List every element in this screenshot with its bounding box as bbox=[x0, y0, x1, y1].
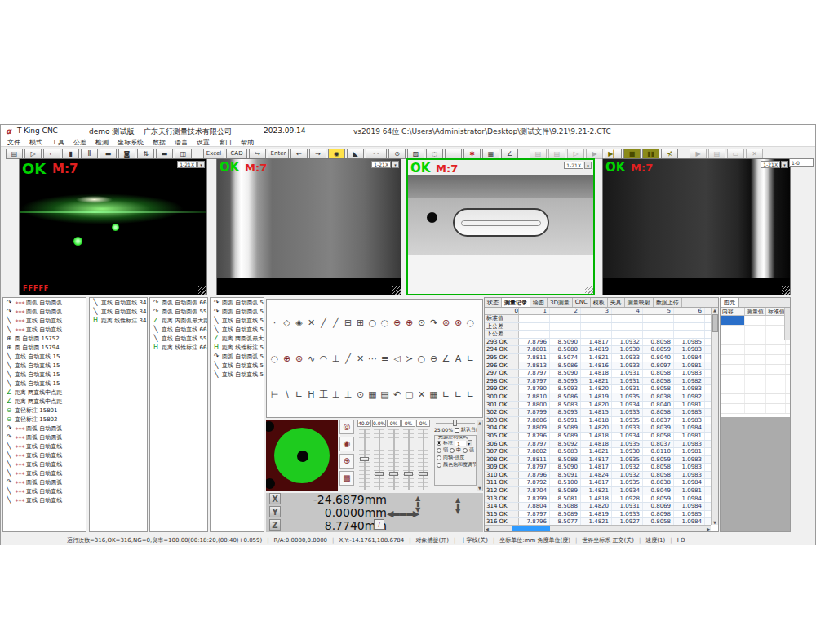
tool-icon[interactable]: ▢ bbox=[403, 389, 415, 400]
camera4-mag-dropdown-icon[interactable]: ▾ bbox=[781, 161, 788, 168]
coaxial-radio[interactable] bbox=[437, 455, 441, 460]
table-row[interactable]: 306 OK7.87978.50921.48181.09350.80371.09… bbox=[485, 441, 711, 449]
save-icon[interactable]: ▤ bbox=[6, 149, 23, 159]
play-icon[interactable]: ▶ bbox=[586, 149, 603, 159]
open-icon[interactable]: ▷ bbox=[24, 149, 42, 159]
tool-icon[interactable]: ⋯ bbox=[366, 353, 379, 364]
table-row[interactable]: 305 OK7.87968.50891.48181.09340.80581.09… bbox=[485, 433, 711, 441]
segment-light-icon[interactable]: ⊕ bbox=[339, 454, 354, 469]
menu-item[interactable]: 语言 bbox=[175, 138, 188, 147]
tool-icon[interactable]: ∟ bbox=[440, 389, 452, 400]
slope-tool-button[interactable]: ∕ bbox=[374, 519, 384, 530]
standard-radio[interactable] bbox=[437, 441, 441, 446]
slider-thumb[interactable] bbox=[453, 420, 457, 426]
arrow-left-icon[interactable]: ← bbox=[290, 149, 308, 159]
table-row[interactable]: 314 OK7.88048.50881.48201.09310.80691.09… bbox=[485, 503, 711, 511]
tool-icon[interactable]: ╱ bbox=[330, 318, 342, 328]
table-row[interactable]: 304 OK7.88098.50891.48201.09330.80391.09… bbox=[485, 424, 711, 433]
tab-element[interactable]: 图元 bbox=[721, 298, 739, 307]
feature-row[interactable]: ╲直线 自动直线 55 bbox=[211, 325, 264, 334]
table-row[interactable]: 302 OK7.87998.50931.48151.09330.80581.09… bbox=[485, 409, 711, 417]
menu-item[interactable]: 检测 bbox=[95, 138, 109, 147]
element-row[interactable] bbox=[721, 355, 790, 365]
tool-icon[interactable]: ◈ bbox=[293, 318, 305, 328]
feature-row[interactable]: ⊕圆 自动圆 15794 bbox=[3, 343, 86, 352]
element-row[interactable] bbox=[721, 335, 790, 345]
level-radio[interactable] bbox=[437, 448, 441, 453]
camera4-mag-select[interactable]: 1-21X bbox=[761, 161, 780, 168]
scroll-thumb[interactable] bbox=[712, 314, 718, 332]
slider-thumb[interactable] bbox=[360, 457, 369, 461]
camera-view-1[interactable]: OK M:7 1-21X ▾ FFFFF bbox=[19, 158, 207, 295]
save-icon[interactable]: ▤ bbox=[708, 149, 725, 159]
tool-icon[interactable]: ⊕ bbox=[403, 318, 415, 328]
coaxial-light-icon[interactable]: ◉ bbox=[339, 437, 354, 451]
slider-thumb[interactable] bbox=[419, 472, 428, 476]
feature-row[interactable]: ╲∗∗∗直线 自动直线 bbox=[3, 460, 86, 469]
tool-icon[interactable]: ✕ bbox=[305, 318, 317, 328]
table-row[interactable]: 308 OK7.88118.50881.48171.09350.80591.09… bbox=[485, 456, 711, 464]
light-channel-slider[interactable]: 0% bbox=[416, 420, 430, 491]
menu-item[interactable]: 帮助 bbox=[241, 138, 254, 147]
chart-icon[interactable]: ∠ bbox=[501, 149, 518, 159]
shield-icon[interactable]: ▮ bbox=[62, 149, 79, 159]
tool-icon[interactable]: ▦ bbox=[428, 389, 440, 400]
panel-icon[interactable]: ▬ bbox=[100, 149, 117, 159]
menu-item[interactable]: 坐标系统 bbox=[118, 138, 144, 147]
move-icon[interactable]: ◫ bbox=[175, 149, 192, 159]
feature-row[interactable]: ⊖直径标注 15802 bbox=[3, 415, 86, 424]
feature-row[interactable]: ╲∗∗∗直线 自动直线 bbox=[3, 486, 86, 495]
tab-夹具[interactable]: 夹具 bbox=[608, 298, 625, 307]
tab-测量记录[interactable]: 测量记录 bbox=[502, 298, 530, 307]
table-row[interactable]: 312 OK7.87048.50891.48211.09340.80491.09… bbox=[485, 487, 711, 495]
tab-CNC[interactable]: CNC bbox=[573, 298, 591, 307]
table-row[interactable]: 307 OK7.88028.50831.48211.09300.81101.09… bbox=[485, 448, 711, 456]
table-row[interactable]: 310 OK7.87968.50911.48241.09320.80581.09… bbox=[485, 472, 711, 480]
camera1-resize-grip[interactable] bbox=[198, 286, 206, 295]
jog-vertical-arrows-icon[interactable]: ▲▮▼ bbox=[415, 495, 420, 513]
ring-light-icon[interactable]: ◎ bbox=[339, 420, 354, 434]
tolerance-row[interactable]: 标准值 bbox=[485, 315, 711, 323]
table-row[interactable]: 311 OK7.87928.51001.48171.09350.80381.09… bbox=[485, 479, 711, 487]
table-row[interactable]: 293 OK7.87968.50901.48171.09320.80581.09… bbox=[485, 339, 711, 347]
tool-icon[interactable]: ◌ bbox=[379, 318, 391, 328]
dashed-icon[interactable]: ⌐ bbox=[43, 149, 60, 159]
menu-item[interactable]: 设置 bbox=[197, 138, 210, 147]
pause-icon[interactable]: ▮▮ bbox=[642, 149, 659, 159]
tool-icon[interactable]: ╱ bbox=[317, 318, 330, 328]
image-icon[interactable]: ◣ bbox=[347, 149, 364, 159]
table-row[interactable]: 303 OK7.88068.50911.48181.09350.80371.09… bbox=[485, 417, 711, 425]
feature-row[interactable]: ↷∗∗∗圆弧 自动圆弧 bbox=[3, 307, 86, 316]
tool-icon[interactable]: ⊥ bbox=[342, 389, 354, 400]
feature-row[interactable]: H距离 线性标注 34 bbox=[90, 316, 147, 325]
toolbar-button-Excel[interactable]: Excel bbox=[203, 149, 224, 159]
brightness-slider[interactable] bbox=[434, 420, 477, 426]
feature-row[interactable]: ╲∗∗∗直线 自动直线 bbox=[3, 469, 86, 477]
ruler-icon[interactable]: Ⅱ bbox=[81, 149, 98, 159]
print-icon[interactable]: ▭ bbox=[727, 149, 744, 159]
tool-icon[interactable]: ↷ bbox=[428, 318, 440, 328]
tool-icon[interactable]: 工 bbox=[317, 389, 330, 401]
color-radio[interactable] bbox=[437, 463, 441, 468]
tool-icon[interactable]: ◌ bbox=[464, 318, 477, 328]
tool-icon[interactable]: ⊙ bbox=[354, 389, 366, 400]
tool-icon[interactable]: ⊛ bbox=[452, 318, 464, 328]
menu-item[interactable]: 数据 bbox=[153, 138, 166, 147]
table-row[interactable]: 294 OK7.88018.50801.48191.09300.80591.09… bbox=[485, 346, 711, 354]
feature-row[interactable]: ↷∗∗∗圆弧 自动圆弧 bbox=[3, 298, 86, 307]
stop-icon[interactable]: ■ bbox=[623, 149, 641, 159]
camera2-mag-select[interactable]: 1-21X bbox=[371, 161, 391, 168]
tab-测量映射[interactable]: 测量映射 bbox=[625, 298, 654, 307]
element-row[interactable] bbox=[721, 394, 790, 404]
table-row[interactable]: 296 OK7.88138.50861.48161.09330.80971.09… bbox=[485, 362, 711, 371]
feature-row[interactable]: ╲直线 自动直线 55 bbox=[211, 370, 264, 379]
tab-状态[interactable]: 状态 bbox=[485, 298, 502, 307]
bulb-icon[interactable]: ◉ bbox=[328, 149, 345, 159]
tool-icon[interactable]: ∠ bbox=[440, 353, 452, 364]
feature-row[interactable]: ╲直线 自动直线 34 bbox=[90, 307, 147, 316]
qr-icon[interactable]: ▦ bbox=[482, 149, 499, 159]
element-panel-scrollbar[interactable] bbox=[784, 308, 790, 340]
light-channel-slider[interactable]: 0% bbox=[401, 420, 415, 491]
table-row[interactable]: 295 OK7.88118.50741.48211.09330.80401.09… bbox=[485, 354, 711, 362]
feature-row[interactable]: ╲∗∗∗直线 自动直线 bbox=[3, 495, 86, 504]
